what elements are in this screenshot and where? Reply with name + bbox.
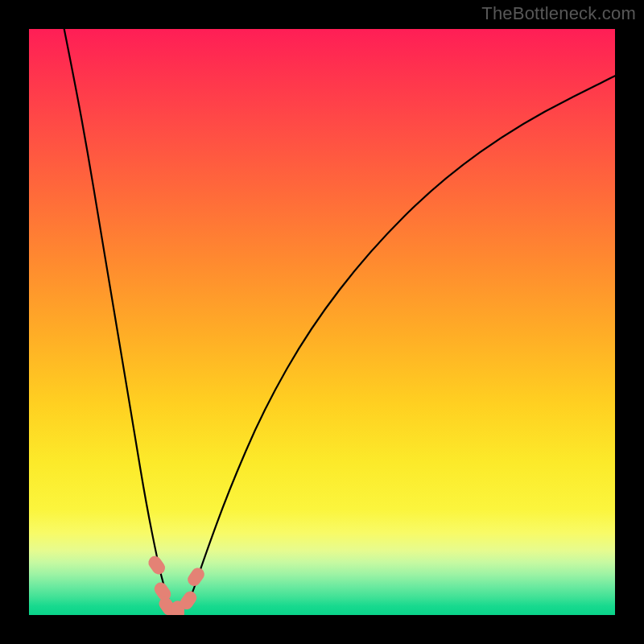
chart-svg [29, 29, 615, 615]
watermark-text: TheBottleneck.com [481, 3, 636, 24]
plot-area [29, 29, 615, 615]
curve-marker [146, 554, 167, 577]
bottleneck-curve [64, 29, 615, 609]
curve-marker [185, 565, 207, 588]
marker-layer [146, 554, 207, 615]
chart-frame: TheBottleneck.com [0, 0, 644, 644]
